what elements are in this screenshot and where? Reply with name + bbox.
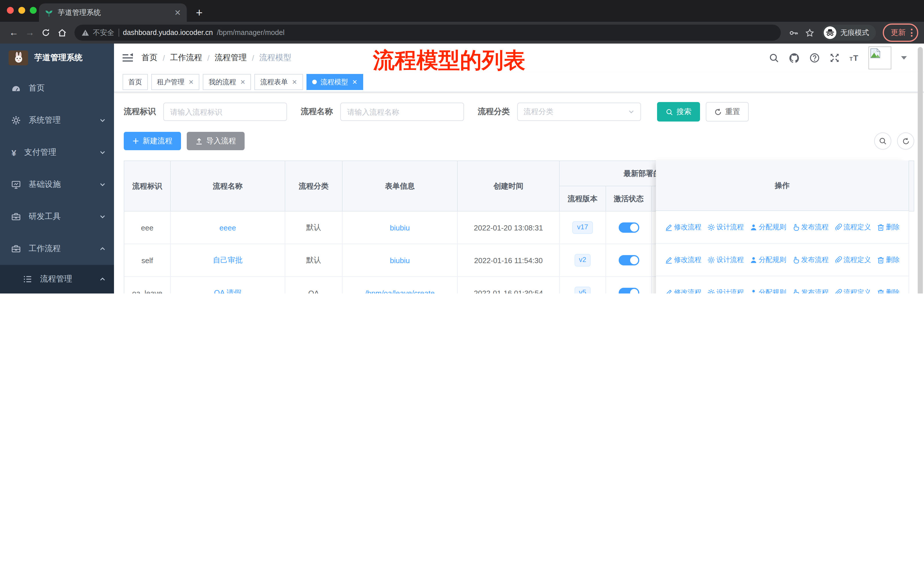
refresh-table-button[interactable]: [897, 132, 914, 150]
help-icon[interactable]: [809, 53, 820, 63]
publish-process-link[interactable]: 发布流程: [792, 255, 828, 265]
publish-process-link[interactable]: 发布流程: [792, 222, 828, 232]
tags-view-bar: 首页 租户管理✕ 我的流程✕ 流程表单✕ 流程模型✕: [114, 72, 924, 92]
sidebar-item-system[interactable]: 系统管理: [0, 104, 114, 136]
tab-close-icon[interactable]: ✕: [175, 8, 181, 17]
delete-link[interactable]: 删除: [877, 255, 900, 265]
sidebar-collapse-button[interactable]: [114, 52, 142, 64]
close-icon[interactable]: ✕: [352, 78, 357, 86]
refresh-icon: [902, 137, 909, 145]
form-info-link[interactable]: biubiu: [390, 223, 409, 232]
breadcrumb-workflow[interactable]: 工作流程: [170, 53, 202, 63]
design-process-link[interactable]: 设计流程: [707, 255, 744, 265]
form-info-link[interactable]: /bpm/oa/leave/create: [365, 289, 435, 293]
active-toggle[interactable]: [619, 288, 639, 293]
avatar-caret-down-icon[interactable]: [901, 56, 907, 60]
tag-process-model[interactable]: 流程模型✕: [306, 74, 363, 90]
password-key-icon[interactable]: [785, 28, 802, 38]
font-size-icon[interactable]: TT: [850, 53, 859, 63]
forward-button[interactable]: →: [22, 28, 38, 37]
header-operation: 操作: [656, 160, 909, 211]
process-name-input[interactable]: [340, 103, 464, 121]
process-id-input[interactable]: [163, 103, 287, 121]
process-category-select[interactable]: 流程分类: [517, 103, 641, 121]
close-icon[interactable]: ✕: [188, 78, 194, 86]
process-definition-link[interactable]: 流程定义: [834, 288, 871, 293]
browser-menu-icon[interactable]: [911, 29, 912, 37]
pencil-icon: [665, 256, 672, 263]
assign-rule-link[interactable]: 分配规则: [749, 222, 786, 232]
sidebar-item-payment[interactable]: ¥ 支付管理: [0, 136, 114, 169]
assign-rule-link[interactable]: 分配规则: [749, 255, 786, 265]
sidebar-item-devtools[interactable]: 研发工具: [0, 201, 114, 233]
process-definition-link[interactable]: 流程定义: [834, 255, 871, 265]
new-tab-button[interactable]: +: [196, 7, 203, 18]
app-logo[interactable]: 芋道管理系统: [0, 43, 114, 72]
version-badge[interactable]: v17: [573, 221, 593, 233]
breadcrumb-home[interactable]: 首页: [142, 53, 158, 63]
close-icon[interactable]: ✕: [292, 78, 297, 86]
browser-update-button[interactable]: 更新: [883, 23, 918, 42]
close-icon[interactable]: ✕: [240, 78, 245, 86]
avatar[interactable]: [868, 46, 891, 69]
create-process-button[interactable]: 新建流程: [124, 132, 181, 150]
toggle-search-button[interactable]: [874, 132, 891, 150]
delete-link[interactable]: 删除: [877, 288, 900, 293]
tag-label: 流程模型: [320, 77, 348, 87]
assign-rule-link[interactable]: 分配规则: [749, 288, 786, 293]
browser-tab[interactable]: 芋道管理系统 ✕: [39, 3, 187, 22]
tag-process-form[interactable]: 流程表单✕: [255, 74, 303, 90]
publish-process-link[interactable]: 发布流程: [792, 288, 828, 293]
gear-icon: [707, 289, 714, 293]
tag-tenant[interactable]: 租户管理✕: [151, 74, 200, 90]
search-icon[interactable]: [769, 53, 779, 63]
user-icon: [749, 223, 757, 231]
breadcrumb-separator: /: [252, 53, 254, 63]
version-badge[interactable]: v5: [574, 287, 591, 293]
sidebar-item-label: 工作流程: [29, 244, 91, 254]
window-controls[interactable]: [7, 7, 37, 14]
search-button[interactable]: 搜索: [657, 102, 700, 122]
github-icon[interactable]: [789, 53, 800, 63]
reload-button[interactable]: [38, 28, 54, 38]
home-button[interactable]: [54, 28, 70, 38]
minimize-window-button[interactable]: [18, 7, 25, 14]
active-toggle[interactable]: [619, 255, 639, 265]
reset-button[interactable]: 重置: [706, 102, 749, 122]
address-bar[interactable]: 不安全 dashboard.yudao.iocoder.cn/bpm/manag…: [74, 25, 781, 41]
process-name-link[interactable]: 自己审批: [213, 255, 243, 265]
process-name-link[interactable]: eeee: [219, 223, 236, 232]
active-toggle[interactable]: [619, 222, 639, 233]
modify-process-link[interactable]: 修改流程: [665, 255, 701, 265]
sidebar-item-home[interactable]: 首页: [0, 72, 114, 104]
back-button[interactable]: ←: [6, 28, 22, 37]
import-process-button[interactable]: 导入流程: [187, 132, 244, 150]
breadcrumb-process-management[interactable]: 流程管理: [215, 53, 247, 63]
sidebar-item-process-management[interactable]: 流程管理: [0, 265, 114, 293]
design-process-link[interactable]: 设计流程: [707, 222, 744, 232]
process-definition-link[interactable]: 流程定义: [834, 222, 871, 232]
tag-my-process[interactable]: 我的流程✕: [203, 74, 251, 90]
security-status[interactable]: 不安全: [81, 28, 114, 38]
process-name-link[interactable]: OA 请假: [214, 288, 241, 293]
modify-process-link[interactable]: 修改流程: [665, 222, 701, 232]
app-title: 芋道管理系统: [35, 53, 82, 63]
sidebar-item-workflow[interactable]: 工作流程: [0, 233, 114, 265]
page-scrollbar[interactable]: [918, 47, 923, 293]
sidebar-item-infra[interactable]: 基础设施: [0, 169, 114, 201]
chevron-down-icon: [99, 213, 106, 220]
design-process-link[interactable]: 设计流程: [707, 288, 744, 293]
header-form-info: 表单信息: [343, 161, 458, 212]
version-badge[interactable]: v2: [574, 254, 591, 266]
sidebar-item-label: 首页: [29, 83, 106, 93]
modify-process-link[interactable]: 修改流程: [665, 288, 701, 293]
fullscreen-icon[interactable]: [830, 53, 840, 63]
tag-home[interactable]: 首页: [122, 74, 148, 90]
bookmark-star-icon[interactable]: [802, 28, 817, 38]
zoom-window-button[interactable]: [30, 7, 37, 14]
close-window-button[interactable]: [7, 7, 14, 14]
delete-link[interactable]: 删除: [877, 222, 900, 232]
url-path: /bpm/manager/model: [217, 29, 284, 37]
form-info-link[interactable]: biubiu: [390, 256, 409, 265]
page-content: 流程标识 流程名称 流程分类 流程分类 搜索: [114, 92, 924, 293]
